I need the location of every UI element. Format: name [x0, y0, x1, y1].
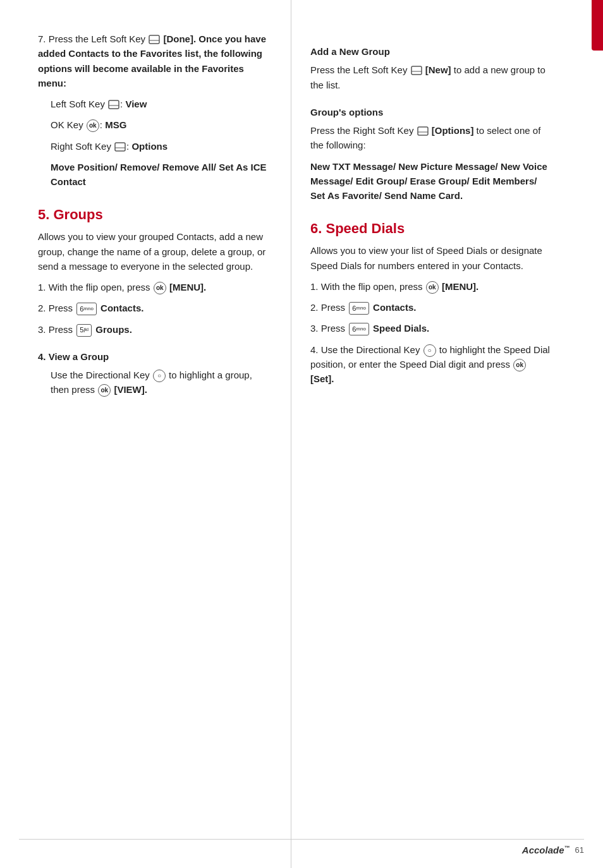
- step-6-3: 3. Press 6mno Speed Dials.: [310, 321, 550, 335]
- step7-option-lsk: Left Soft Key : View: [51, 97, 272, 111]
- step-5-2-text: 2. Press 6mno Contacts.: [38, 301, 272, 315]
- svg-rect-0: [149, 35, 159, 44]
- ok-key-icon-view: ok: [98, 384, 111, 397]
- add-new-group-title: Add a New Group: [310, 44, 550, 59]
- step-6-1-text: 1. With the flip open, press ok [MENU].: [310, 279, 550, 294]
- groups-options-list: New TXT Message/ New Picture Message/ Ne…: [310, 159, 550, 203]
- svg-rect-8: [418, 127, 428, 135]
- ok-key-icon-menu: ok: [154, 282, 166, 294]
- right-soft-key-icon-2: [417, 126, 429, 136]
- step-5-2: 2. Press 6mno Contacts.: [38, 301, 272, 315]
- step-5-4: 4. View a Group Use the Directional Key …: [38, 349, 272, 397]
- step-5-1-text: 1. With the flip open, press ok [MENU].: [38, 280, 272, 294]
- left-soft-key-icon-2: [108, 100, 119, 110]
- step-5-1: 1. With the flip open, press ok [MENU].: [38, 280, 272, 294]
- footer-page-number: 61: [575, 845, 584, 855]
- page: 7. Press the Left Soft Key [Done]. Once …: [0, 0, 603, 868]
- svg-rect-6: [411, 66, 422, 75]
- step-5-4-detail: Use the Directional Key ○ to highlight a…: [51, 368, 272, 397]
- step-5-4-text: Use the Directional Key ○ to highlight a…: [51, 368, 272, 397]
- step-5-4-title: 4. View a Group: [38, 349, 272, 364]
- directional-key-icon: ○: [153, 370, 166, 382]
- step7-option-ok: OK Key ok: MSG: [51, 118, 272, 132]
- step-6-4-text: 4. Use the Directional Key ○ to highligh…: [310, 342, 550, 387]
- step7-option-rsk: Right Soft Key : Options: [51, 139, 272, 154]
- add-new-group-section: Add a New Group Press the Left Soft Key …: [310, 44, 550, 92]
- section-6-description: Allows you to view your list of Speed Di…: [310, 243, 550, 273]
- step-5-3-text: 3. Press 5jkl Groups.: [38, 322, 272, 337]
- key-5jkl: 5jkl: [76, 324, 92, 337]
- section-5-groups: 5. Groups Allows you to view your groupe…: [38, 207, 272, 397]
- step-6-2: 2. Press 6mno Contacts.: [310, 300, 550, 315]
- groups-options-title: Group's options: [310, 105, 550, 119]
- key-6mno-3: 6mno: [349, 323, 369, 335]
- left-soft-key-icon-3: [411, 66, 422, 76]
- groups-options-section: Group's options Press the Right Soft Key…: [310, 105, 550, 203]
- footer-brand: Accolade™: [522, 845, 570, 855]
- section-5-description: Allows you to view your grouped Contacts…: [38, 229, 272, 274]
- add-new-group-text: Press the Left Soft Key [New] to add a n…: [310, 63, 550, 92]
- ok-key-icon-6-1: ok: [426, 281, 439, 294]
- right-column: Add a New Group Press the Left Soft Key …: [291, 0, 582, 868]
- svg-rect-4: [115, 143, 125, 151]
- groups-options-text: Press the Right Soft Key [Options] to se…: [310, 123, 550, 153]
- step-6-2-text: 2. Press 6mno Contacts.: [310, 300, 550, 315]
- step7-move-options: Move Position/ Remove/ Remove All/ Set A…: [51, 160, 272, 190]
- step7-options: Left Soft Key : View OK Key ok: MSG Righ…: [51, 97, 272, 189]
- left-column: 7. Press the Left Soft Key [Done]. Once …: [0, 0, 291, 868]
- left-soft-key-icon: [149, 35, 160, 45]
- step-5-3: 3. Press 5jkl Groups.: [38, 322, 272, 337]
- section-6-title: 6. Speed Dials: [310, 220, 550, 237]
- footer: Accolade™ 61: [19, 839, 584, 855]
- red-tab: [592, 0, 603, 51]
- svg-rect-2: [109, 100, 119, 109]
- step-6-1: 1. With the flip open, press ok [MENU].: [310, 279, 550, 294]
- key-6mno: 6mno: [76, 303, 97, 315]
- right-soft-key-icon: [114, 142, 126, 152]
- section-5-title: 5. Groups: [38, 207, 272, 223]
- ok-key-icon: ok: [87, 119, 99, 132]
- key-6mno-2: 6mno: [349, 302, 369, 315]
- ok-key-icon-set: ok: [513, 359, 526, 371]
- step-7: 7. Press the Left Soft Key [Done]. Once …: [38, 32, 272, 189]
- directional-key-icon-2: ○: [423, 344, 436, 357]
- step-6-4: 4. Use the Directional Key ○ to highligh…: [310, 342, 550, 387]
- step-6-3-text: 3. Press 6mno Speed Dials.: [310, 321, 550, 335]
- step7-intro: 7. Press the Left Soft Key [Done]. Once …: [38, 32, 272, 90]
- section-6-speed-dials: 6. Speed Dials Allows you to view your l…: [310, 220, 550, 386]
